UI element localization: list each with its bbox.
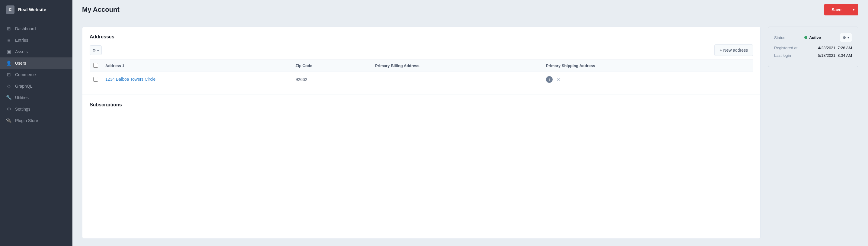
sidebar-item-utilities[interactable]: 🔧 Utilities <box>0 92 72 103</box>
last-login-value: 5/18/2021, 8:34 AM <box>818 53 852 58</box>
sidebar-item-commerce[interactable]: ⊡ Commerce <box>0 69 72 80</box>
status-gear-dropdown-button[interactable] <box>840 33 852 42</box>
actions-header <box>729 60 753 72</box>
addresses-section: Addresses + New address Addre <box>83 27 760 94</box>
address-link[interactable]: 1234 Balboa Towers Circle <box>105 77 155 82</box>
zipcode-header: Zip Code <box>292 60 372 72</box>
gear-icon <box>843 35 846 40</box>
row-checkbox-cell <box>90 72 102 87</box>
sidebar-item-label: Users <box>15 61 26 65</box>
sidebar-item-label: Utilities <box>15 95 29 100</box>
entries-icon: ≡ <box>6 37 11 43</box>
primary-shipping-header: Primary Shipping Address <box>542 60 729 72</box>
save-dropdown-button[interactable]: ▾ <box>849 4 858 16</box>
sidebar-item-label: Settings <box>15 107 30 111</box>
row-actions: i ✕ <box>546 76 725 83</box>
status-dot <box>804 36 807 39</box>
primary-billing-cell <box>372 72 542 87</box>
extra-actions-cell <box>729 72 753 87</box>
topbar-actions: Save ▾ <box>824 4 858 16</box>
sidebar-item-label: Commerce <box>15 72 36 77</box>
subscriptions-section-title: Subscriptions <box>90 102 753 108</box>
sidebar-item-users[interactable]: 👤 Users <box>0 57 72 69</box>
site-logo: C <box>6 5 14 14</box>
row-select-checkbox[interactable] <box>93 77 98 82</box>
sidebar-item-label: Assets <box>15 49 28 54</box>
info-icon[interactable]: i <box>546 76 553 83</box>
sidebar: C Real Website ⊞ Dashboard ≡ Entries ▣ A… <box>0 0 72 246</box>
settings-icon: ⚙ <box>6 106 11 112</box>
table-row: 1234 Balboa Towers Circle 92662 i ✕ <box>90 72 753 87</box>
dashboard-icon: ⊞ <box>6 26 11 31</box>
registered-at-label: Registered at <box>774 46 797 50</box>
right-panel: Status Active Registered at 4/23/2021, 7… <box>768 27 858 239</box>
remove-icon[interactable]: ✕ <box>556 77 560 82</box>
status-label: Status <box>774 35 785 40</box>
sidebar-item-label: Dashboard <box>15 26 36 31</box>
save-button[interactable]: Save <box>824 4 849 16</box>
status-text: Active <box>809 35 821 40</box>
sidebar-item-label: Plugin Store <box>15 118 38 123</box>
sidebar-item-settings[interactable]: ⚙ Settings <box>0 103 72 115</box>
commerce-icon: ⊡ <box>6 72 11 77</box>
plugin-store-icon: 🔌 <box>6 118 11 123</box>
sidebar-header: C Real Website <box>0 0 72 19</box>
sidebar-item-dashboard[interactable]: ⊞ Dashboard <box>0 23 72 34</box>
primary-shipping-cell: i ✕ <box>542 72 729 87</box>
last-login-label: Last login <box>774 53 791 58</box>
sidebar-item-label: Entries <box>15 38 28 43</box>
subscriptions-section: Subscriptions <box>83 95 760 120</box>
sidebar-item-entries[interactable]: ≡ Entries <box>0 34 72 46</box>
users-icon: 👤 <box>6 60 11 66</box>
sidebar-nav: ⊞ Dashboard ≡ Entries ▣ Assets 👤 Users ⊡… <box>0 19 72 246</box>
primary-billing-header: Primary Billing Address <box>372 60 542 72</box>
new-address-button[interactable]: + New address <box>714 45 753 56</box>
sidebar-item-assets[interactable]: ▣ Assets <box>0 46 72 57</box>
graphql-icon: ◇ <box>6 83 11 89</box>
registered-at-row: Registered at 4/23/2021, 7:26 AM <box>774 46 852 50</box>
main-panel: Addresses + New address Addre <box>82 27 761 239</box>
sidebar-item-graphql[interactable]: ◇ GraphQL <box>0 80 72 92</box>
assets-icon: ▣ <box>6 49 11 54</box>
select-all-checkbox[interactable] <box>93 63 98 68</box>
addresses-table: Address 1 Zip Code Primary Billing Addre… <box>90 59 753 87</box>
address1-header: Address 1 <box>102 60 292 72</box>
last-login-row: Last login 5/18/2021, 8:34 AM <box>774 53 852 58</box>
select-all-column <box>90 60 102 72</box>
site-name: Real Website <box>18 7 46 12</box>
chevron-down-icon <box>847 35 849 39</box>
address1-cell: 1234 Balboa Towers Circle <box>102 72 292 87</box>
addresses-table-header: Address 1 Zip Code Primary Billing Addre… <box>90 60 753 72</box>
main-content: My Account Save ▾ Addresses + New addres… <box>72 0 868 246</box>
topbar: My Account Save ▾ <box>72 0 868 19</box>
status-value: Active <box>804 35 821 40</box>
chevron-down-icon <box>97 48 99 53</box>
sidebar-item-label: GraphQL <box>15 84 33 88</box>
addresses-toolbar: + New address <box>90 45 753 56</box>
chevron-down-icon: ▾ <box>853 8 855 12</box>
addresses-gear-dropdown-button[interactable] <box>90 45 102 55</box>
addresses-section-title: Addresses <box>90 34 753 39</box>
gear-icon <box>92 48 96 53</box>
zipcode-cell: 92662 <box>292 72 372 87</box>
content-area: Addresses + New address Addre <box>72 19 868 246</box>
status-card: Status Active Registered at 4/23/2021, 7… <box>768 27 858 67</box>
registered-at-value: 4/23/2021, 7:26 AM <box>818 46 852 50</box>
utilities-icon: 🔧 <box>6 95 11 100</box>
status-row: Status Active <box>774 33 852 42</box>
sidebar-item-plugin-store[interactable]: 🔌 Plugin Store <box>0 115 72 126</box>
addresses-table-body: 1234 Balboa Towers Circle 92662 i ✕ <box>90 72 753 87</box>
page-title: My Account <box>82 6 120 13</box>
